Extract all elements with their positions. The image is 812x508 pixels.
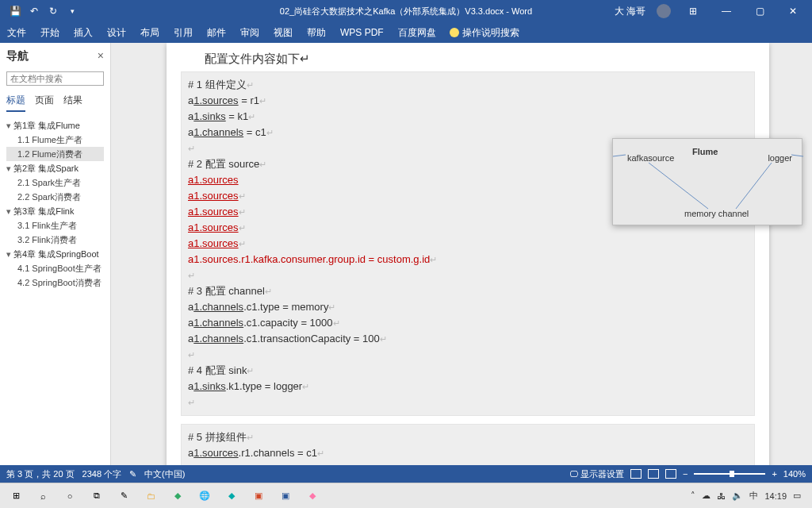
ribbon-tab[interactable]: 设计 bbox=[100, 22, 133, 43]
status-words[interactable]: 2348 个字 bbox=[82, 468, 122, 480]
word-icon[interactable]: ▣ bbox=[274, 487, 297, 506]
nav-close-icon[interactable]: × bbox=[98, 49, 104, 62]
redo-icon[interactable]: ↻ bbox=[48, 6, 59, 17]
tell-me-icon bbox=[450, 28, 459, 37]
ribbon-tab[interactable]: 文件 bbox=[0, 22, 33, 43]
view-print-icon[interactable] bbox=[630, 469, 642, 479]
nav-heading[interactable]: 第3章 集成Flink bbox=[6, 204, 104, 218]
diagram-title: Flume bbox=[692, 147, 718, 156]
close-button[interactable]: ✕ bbox=[782, 6, 804, 17]
zoom-in-icon[interactable]: + bbox=[772, 469, 776, 479]
nav-tab-results[interactable]: 结果 bbox=[63, 94, 82, 112]
search-icon[interactable]: ⌕ bbox=[32, 487, 54, 506]
tell-me[interactable]: 操作说明搜索 bbox=[462, 26, 519, 40]
start-icon[interactable]: ⊞ bbox=[5, 487, 27, 506]
app-icon-3[interactable]: ◆ bbox=[301, 487, 324, 506]
tray-net-icon[interactable]: 🖧 bbox=[717, 491, 726, 501]
nav-item[interactable]: 2.2 Spark消费者 bbox=[6, 190, 104, 204]
ribbon-tab[interactable]: 引用 bbox=[167, 22, 200, 43]
ribbon-tab[interactable]: 帮助 bbox=[300, 22, 333, 43]
view-web-icon[interactable] bbox=[665, 469, 676, 479]
ribbon-tab[interactable]: 百度网盘 bbox=[391, 22, 443, 43]
nav-tab-pages[interactable]: 页面 bbox=[35, 94, 54, 112]
qat-more-icon[interactable]: ▾ bbox=[67, 6, 78, 17]
minimize-button[interactable]: — bbox=[715, 6, 737, 17]
nav-heading[interactable]: 第1章 集成Flume bbox=[6, 118, 104, 133]
code-block-2: # 5 拼接组件 a1.sources.r1.channels = c1 a1.… bbox=[181, 424, 755, 465]
nav-title: 导航 bbox=[6, 49, 104, 64]
code-block-1: # 1 组件定义 a1.sources = r1 a1.sinks = k1 a… bbox=[181, 71, 755, 416]
view-read-icon[interactable] bbox=[648, 469, 659, 479]
ribbon-tab[interactable]: 视图 bbox=[266, 22, 300, 43]
zoom-value[interactable]: 140% bbox=[783, 469, 806, 479]
display-settings[interactable]: 🖵 显示器设置 bbox=[569, 468, 624, 480]
chrome-icon[interactable]: 🌐 bbox=[193, 487, 216, 506]
tray-ime-icon[interactable]: 中 bbox=[749, 490, 758, 502]
spell-icon[interactable]: ✎ bbox=[129, 469, 136, 479]
floating-diagram[interactable]: Flume kafkasource logger memory channel bbox=[612, 138, 802, 225]
nav-heading[interactable]: 第2章 集成Spark bbox=[6, 161, 104, 175]
tray-time[interactable]: 14:19 bbox=[764, 491, 787, 501]
diagram-logger: logger bbox=[768, 153, 792, 163]
nav-item[interactable]: 2.1 Spark生产者 bbox=[6, 175, 104, 190]
brush-icon[interactable]: ✎ bbox=[113, 487, 135, 506]
svg-line-1 bbox=[791, 155, 803, 156]
zoom-slider[interactable] bbox=[694, 473, 765, 475]
tray-notif-icon[interactable]: ▭ bbox=[793, 491, 801, 501]
app-icon-1[interactable]: ◆ bbox=[167, 487, 189, 506]
user-name[interactable]: 大 海哥 bbox=[615, 5, 645, 18]
cortana-icon[interactable]: ○ bbox=[59, 487, 81, 506]
diagram-memory: memory channel bbox=[684, 209, 749, 218]
ribbon-tab[interactable]: 插入 bbox=[67, 22, 100, 43]
svg-line-3 bbox=[736, 163, 772, 209]
powerpoint-icon[interactable]: ▣ bbox=[247, 487, 270, 506]
ribbon-tab[interactable]: 审阅 bbox=[233, 22, 266, 43]
nav-item[interactable]: 3.1 Flink生产者 bbox=[6, 218, 104, 233]
nav-heading[interactable]: 第4章 集成SpringBoot bbox=[6, 247, 104, 261]
nav-subtabs: 标题 页面 结果 bbox=[6, 94, 104, 112]
svg-line-0 bbox=[613, 155, 626, 156]
section-heading: 配置文件内容如下↵ bbox=[181, 52, 755, 67]
ribbon-options-icon[interactable]: ⊞ bbox=[682, 6, 704, 17]
nav-tab-headings[interactable]: 标题 bbox=[6, 94, 25, 112]
undo-icon[interactable]: ↶ bbox=[29, 6, 40, 17]
ribbon-tab[interactable]: 邮件 bbox=[200, 22, 233, 43]
nav-item[interactable]: 4.2 SpringBoot消费者 bbox=[6, 275, 104, 290]
nav-search-input[interactable] bbox=[6, 71, 104, 86]
tray-onedrive-icon[interactable]: ☁ bbox=[702, 491, 710, 501]
nav-item[interactable]: 1.1 Flume生产者 bbox=[6, 133, 104, 147]
window-title: 02_尚硅谷大数据技术之Kafka（外部系统集成）V3.3.docx - Wor… bbox=[280, 6, 532, 17]
tray-up-icon[interactable]: ˄ bbox=[691, 491, 695, 501]
save-icon[interactable]: 💾 bbox=[10, 6, 21, 17]
explorer-icon[interactable]: 🗀 bbox=[140, 487, 162, 506]
nav-item[interactable]: 1.2 Flume消费者 bbox=[6, 147, 104, 161]
maximize-button[interactable]: ▢ bbox=[749, 6, 771, 17]
tray-vol-icon[interactable]: 🔈 bbox=[732, 491, 743, 501]
diagram-kafkasource: kafkasource bbox=[627, 153, 674, 163]
ribbon-tab[interactable]: WPS PDF bbox=[333, 22, 391, 43]
avatar[interactable] bbox=[657, 4, 671, 18]
ribbon-tab[interactable]: 开始 bbox=[33, 22, 67, 43]
status-lang[interactable]: 中文(中国) bbox=[144, 468, 185, 480]
svg-line-2 bbox=[649, 163, 708, 209]
zoom-out-icon[interactable]: − bbox=[683, 469, 688, 479]
nav-item[interactable]: 4.1 SpringBoot生产者 bbox=[6, 261, 104, 275]
app-icon-2[interactable]: ◆ bbox=[220, 487, 243, 506]
status-page[interactable]: 第 3 页，共 20 页 bbox=[6, 468, 75, 480]
taskview-icon[interactable]: ⧉ bbox=[86, 487, 108, 506]
nav-item[interactable]: 3.2 Flink消费者 bbox=[6, 233, 104, 247]
ribbon-tab[interactable]: 布局 bbox=[133, 22, 167, 43]
